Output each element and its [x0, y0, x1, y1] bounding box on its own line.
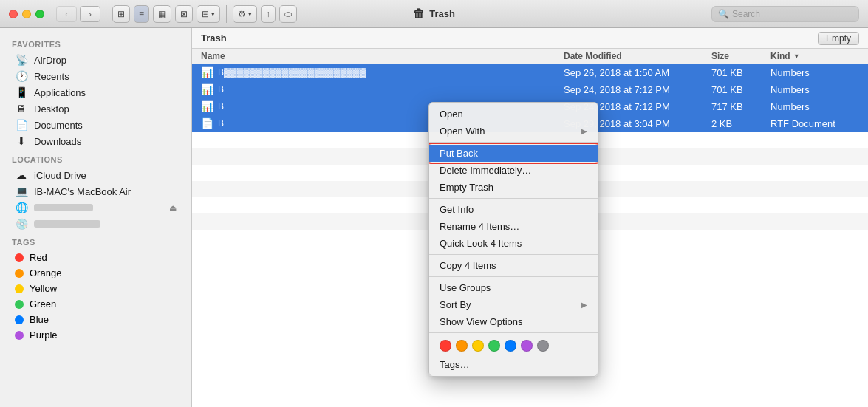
sidebar-tag-blue[interactable]: Blue	[3, 312, 188, 327]
view-icon-button[interactable]: ⊞	[112, 5, 130, 23]
recents-icon: 🕐	[15, 70, 28, 82]
sidebar-label-recents: Recents	[34, 71, 69, 82]
view-cover-button[interactable]: ⊠	[175, 5, 193, 23]
menu-item-use-groups[interactable]: Use Groups	[429, 279, 598, 296]
menu-item-quick-look[interactable]: Quick Look 4 Items	[429, 235, 598, 252]
yellow-dot	[15, 284, 24, 293]
sidebar-item-desktop[interactable]: 🖥 Desktop	[3, 100, 188, 117]
disk-icon: 💿	[15, 218, 28, 230]
tag-label-blue: Blue	[30, 314, 49, 325]
menu-tag-green[interactable]	[488, 340, 500, 352]
file-date-2: Sep 24, 2018 at 7:12 PM	[564, 84, 711, 95]
file-kind-3: Numbers	[770, 101, 859, 112]
file-size-4: 2 KB	[711, 118, 770, 129]
file-kind-1: Numbers	[770, 67, 859, 78]
close-button[interactable]	[9, 10, 18, 18]
sidebar-label-airdrop: AirDrop	[34, 55, 66, 66]
eject-icon-1[interactable]: ⏏	[169, 203, 177, 213]
open-label: Open	[440, 109, 463, 120]
sidebar-label-documents: Documents	[34, 120, 83, 131]
tag-label-red: Red	[30, 252, 47, 263]
sidebar-label-icloud: iCloud Drive	[34, 170, 86, 181]
search-input[interactable]	[732, 9, 852, 19]
col-size-header[interactable]: Size	[711, 51, 770, 61]
search-icon: 🔍	[718, 9, 729, 19]
blurred-label-2	[34, 220, 100, 228]
sidebar-item-documents[interactable]: 📄 Documents	[3, 117, 188, 133]
search-bar[interactable]: 🔍	[711, 6, 859, 22]
file-date-1: Sep 26, 2018 at 1:50 AM	[564, 67, 711, 78]
content-area: Trash Empty Name Date Modified Size Kind…	[192, 28, 868, 407]
cover-icon: ⊠	[180, 9, 188, 19]
sidebar-label-applications: Applications	[34, 87, 86, 98]
menu-item-copy[interactable]: Copy 4 Items	[429, 257, 598, 274]
purple-dot	[15, 331, 24, 340]
sidebar-tag-purple[interactable]: Purple	[3, 327, 188, 343]
view-group-button[interactable]: ⊟▾	[197, 5, 220, 23]
action-button[interactable]: ⬭	[279, 5, 297, 23]
sidebar-tag-orange[interactable]: Orange	[3, 265, 188, 281]
sidebar-tag-yellow[interactable]: Yellow	[3, 281, 188, 296]
menu-item-rename[interactable]: Rename 4 Items…	[429, 218, 598, 235]
sidebar-label-macbook: IB-MAC's MacBook Air	[34, 186, 131, 197]
sidebar-item-icloud[interactable]: ☁ iCloud Drive	[3, 167, 188, 183]
sidebar-item-recents[interactable]: 🕐 Recents	[3, 68, 188, 84]
sidebar-item-applications[interactable]: 📱 Applications	[3, 84, 188, 100]
tag-label-orange: Orange	[30, 267, 61, 278]
empty-trash-button[interactable]: Empty	[818, 32, 859, 45]
menu-item-open[interactable]: Open	[429, 106, 598, 123]
view-columns-button[interactable]: ▦	[153, 5, 171, 23]
menu-tag-orange[interactable]	[456, 340, 468, 352]
file-name-1: B▓▓▓▓▓▓▓▓▓▓▓▓▓▓▓▓▓▓▓▓▓▓	[218, 67, 564, 78]
menu-item-sort-by[interactable]: Sort By ▶	[429, 296, 598, 313]
sort-by-label: Sort By	[440, 299, 471, 310]
menu-item-view-options[interactable]: Show View Options	[429, 313, 598, 330]
col-kind-header[interactable]: Kind ▼	[770, 51, 859, 61]
context-menu: Open Open With ▶ Put Back Delete Im	[428, 102, 598, 377]
menu-item-empty-trash[interactable]: Empty Trash	[429, 179, 598, 196]
menu-tag-blue[interactable]	[505, 340, 516, 352]
sidebar-item-airdrop[interactable]: 📡 AirDrop	[3, 52, 188, 68]
sidebar-item-blurred1[interactable]: 🌐 ⏏	[3, 199, 188, 216]
blue-dot	[15, 315, 24, 324]
minimize-button[interactable]	[22, 10, 31, 18]
sidebar: Favorites 📡 AirDrop 🕐 Recents 📱 Applicat…	[0, 28, 192, 407]
sidebar-item-macbook[interactable]: 💻 IB-MAC's MacBook Air	[3, 183, 188, 199]
menu-item-get-info[interactable]: Get Info	[429, 201, 598, 218]
file-row[interactable]: 📊 B Sep 24, 2018 at 7:12 PM 701 KB Numbe…	[192, 81, 868, 98]
view-list-button[interactable]: ≡	[134, 5, 149, 23]
back-button[interactable]: ‹	[56, 6, 77, 22]
sidebar-tag-green[interactable]: Green	[3, 296, 188, 312]
share-button[interactable]: ↑	[261, 5, 276, 23]
documents-icon: 📄	[15, 119, 28, 131]
menu-divider-3	[429, 254, 598, 255]
menu-tag-red[interactable]	[440, 340, 451, 352]
menu-divider-2	[429, 198, 598, 199]
menu-tag-gray[interactable]	[537, 340, 549, 352]
maximize-button[interactable]	[35, 10, 44, 18]
menu-item-open-with[interactable]: Open With ▶	[429, 123, 598, 140]
arrange-button[interactable]: ⚙▾	[233, 5, 257, 23]
columns-icon: ▦	[158, 9, 166, 19]
red-dot	[15, 253, 24, 262]
forward-button[interactable]: ›	[80, 6, 100, 22]
col-date-header[interactable]: Date Modified	[564, 51, 711, 61]
sidebar-item-downloads[interactable]: ⬇ Downloads	[3, 133, 188, 149]
sidebar-tag-red[interactable]: Red	[3, 250, 188, 265]
title-bar: ‹ › ⊞ ≡ ▦ ⊠ ⊟▾ ⚙▾ ↑ ⬭ 🗑 Trash 🔍	[0, 0, 868, 28]
menu-item-delete[interactable]: Delete Immediately…	[429, 162, 598, 179]
menu-item-put-back[interactable]: Put Back	[429, 145, 598, 162]
file-size-2: 701 KB	[711, 84, 770, 95]
menu-item-tags[interactable]: Tags…	[429, 356, 598, 373]
share-icon: ↑	[266, 9, 270, 19]
file-kind-4: RTF Document	[770, 118, 859, 129]
tag-label-purple: Purple	[30, 329, 58, 341]
menu-tag-yellow[interactable]	[472, 340, 484, 352]
main-container: Favorites 📡 AirDrop 🕐 Recents 📱 Applicat…	[0, 28, 868, 407]
group-icon: ⊟	[202, 9, 209, 19]
desktop-icon: 🖥	[15, 103, 28, 114]
file-row[interactable]: 📊 B▓▓▓▓▓▓▓▓▓▓▓▓▓▓▓▓▓▓▓▓▓▓ Sep 26, 2018 a…	[192, 64, 868, 81]
menu-tag-purple[interactable]	[521, 340, 533, 352]
view-options-label: Show View Options	[440, 316, 523, 327]
sidebar-item-blurred2[interactable]: 💿	[3, 216, 188, 232]
